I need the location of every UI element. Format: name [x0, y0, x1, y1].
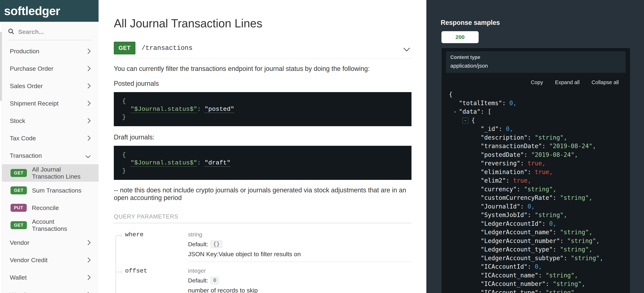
sidebar-item-label: Reconcile	[32, 204, 59, 211]
content-type-value: application/json	[450, 63, 621, 69]
param-row-offset: offsetintegerDefault:0number of records …	[114, 268, 412, 293]
sidebar-item-label: Warehouse	[10, 291, 41, 293]
sidebar-item-label: Shipment Receipt	[10, 100, 58, 107]
sidebar-item-sales-order[interactable]: Sales Order	[0, 77, 98, 95]
chevron-right-icon	[86, 83, 90, 88]
json-line: "customCurrencyRate": "string",	[442, 193, 630, 202]
param-default-value: {}	[210, 240, 222, 248]
param-default-value: 0	[210, 277, 219, 284]
json-line: -{	[442, 116, 630, 125]
draft-code-line: "$Journal.status$": "draft"	[114, 159, 412, 167]
sidebar-item-label: Wallet	[10, 274, 27, 281]
sidebar-item-vendor-credit[interactable]: Vendor Credit	[0, 251, 98, 269]
method-badge-put: PUT	[10, 204, 27, 212]
sidebar-item-sum-transactions[interactable]: GETSum Transactions	[0, 182, 98, 199]
content-type-select[interactable]: Content type application/json	[446, 51, 626, 73]
json-line: "LedgerAccount_subtype": "string",	[442, 254, 630, 263]
main-content: All Journal Transaction Lines GET /trans…	[98, 0, 426, 293]
copy-button[interactable]: Copy	[531, 79, 543, 85]
chevron-down-icon[interactable]	[404, 45, 410, 51]
param-row-where: wherestringDefault:{}JSON Key:Value obje…	[114, 231, 412, 262]
param-name[interactable]: where	[125, 231, 188, 238]
sidebar-item-reconcile[interactable]: PUTReconcile	[0, 199, 98, 217]
draft-code-block: {"$Journal.status$": "draft"}	[114, 146, 412, 180]
chevron-right-icon	[86, 258, 90, 263]
intro-text: You can currently filter the transaction…	[114, 65, 412, 72]
sidebar-item-vendor[interactable]: Vendor	[0, 234, 98, 251]
param-name[interactable]: offset	[125, 268, 188, 274]
search	[0, 22, 98, 35]
sidebar-item-shipment-receipt[interactable]: Shipment Receipt	[0, 95, 98, 112]
json-line: "elimination": true,	[442, 168, 630, 176]
search-input[interactable]	[18, 28, 78, 35]
param-type: string	[188, 231, 412, 238]
content-type-label: Content type	[450, 54, 621, 60]
search-divider	[8, 40, 92, 40]
method-badge-get: GET	[10, 221, 27, 229]
sidebar-item-label: Vendor Credit	[10, 257, 48, 264]
json-line: "ICAccount_type": "string",	[442, 288, 630, 293]
sidebar-item-tax-code[interactable]: Tax Code	[0, 129, 98, 147]
collapse-toggle[interactable]: -	[453, 107, 457, 116]
logo: softledger	[0, 0, 98, 22]
page-title: All Journal Transaction Lines	[114, 17, 412, 30]
chevron-right-icon	[86, 66, 90, 71]
sidebar: softledger ProductionPurchase OrderSales…	[0, 0, 98, 293]
draft-code-line: {	[114, 151, 412, 159]
sidebar-item-label: Vendor	[10, 239, 30, 246]
json-line: "LedgerAccountId": 0,	[442, 219, 630, 228]
json-sample: {"totalItems": 0,-"data": [-{"_id": 0,"d…	[442, 90, 630, 293]
json-line: "SystemJobId": "string",	[442, 211, 630, 219]
param-description: number of records to skip	[188, 287, 412, 293]
endpoint-path: /transactions	[142, 44, 192, 52]
posted-code-line: {	[114, 97, 412, 105]
collapse-all-button[interactable]: Collapse all	[592, 79, 619, 85]
sidebar-item-stock[interactable]: Stock	[0, 112, 98, 129]
sidebar-item-production[interactable]: Production	[0, 42, 98, 60]
json-line: "postedDate": "2019-08-24",	[442, 150, 630, 159]
json-line: {	[442, 90, 630, 99]
sidebar-menu: ProductionPurchase OrderSales OrderShipm…	[0, 42, 98, 293]
chevron-right-icon	[86, 101, 90, 106]
sidebar-item-label: Transaction	[10, 152, 42, 159]
sidebar-item-warehouse[interactable]: Warehouse	[0, 286, 98, 293]
sidebar-item-label: Purchase Order	[10, 65, 53, 72]
json-line: "elim2": true,	[442, 176, 630, 185]
search-icon	[8, 28, 14, 35]
json-line: "transactionDate": "2019-08-24",	[442, 142, 630, 150]
response-code-panel: Content type application/json CopyExpand…	[442, 48, 630, 293]
sidebar-item-wallet[interactable]: Wallet	[0, 269, 98, 286]
chevron-right-icon	[86, 292, 90, 293]
param-type-text: string	[188, 231, 202, 238]
endpoint-row[interactable]: GET /transactions	[114, 42, 412, 58]
collapse-toggle-box[interactable]: -	[462, 117, 468, 124]
param-type-text: integer	[188, 268, 206, 274]
param-default: Default:{}	[188, 240, 412, 248]
param-name-cell: offset	[114, 268, 188, 293]
sidebar-item-label: Account Transactions	[32, 218, 90, 232]
chevron-right-icon	[86, 118, 90, 123]
json-line: "ICAccountId": 0,	[442, 262, 630, 271]
json-line: "reversing": true,	[442, 159, 630, 168]
sidebar-item-label: Production	[10, 48, 40, 55]
sidebar-item-account-transactions[interactable]: GETAccount Transactions	[0, 217, 98, 234]
json-line: "ICAccount_number": "string",	[442, 280, 630, 288]
draft-code-line: }	[114, 167, 412, 175]
param-name-cell: where	[114, 231, 188, 262]
page: softledger ProductionPurchase OrderSales…	[0, 0, 644, 293]
response-samples-heading: Response samples	[441, 19, 644, 26]
sidebar-item-all-journal-transaction-lines[interactable]: GETAll Journal Transaction Lines	[0, 164, 98, 182]
json-line: "LedgerAccount_type": "string",	[442, 245, 630, 254]
sidebar-scrollbar[interactable]	[0, 22, 2, 293]
param-detail-cell: stringDefault:{}JSON Key:Value object to…	[188, 231, 412, 262]
sidebar-scrollbar-thumb[interactable]	[0, 32, 2, 101]
sidebar-item-transaction[interactable]: Transaction	[0, 147, 98, 164]
note-text: -- note this does not include crypto jou…	[114, 186, 412, 202]
method-badge-get: GET	[10, 169, 27, 177]
sidebar-item-purchase-order[interactable]: Purchase Order	[0, 60, 98, 77]
query-parameters-table: wherestringDefault:{}JSON Key:Value obje…	[114, 231, 412, 293]
sidebar-item-label: All Journal Transaction Lines	[32, 166, 90, 180]
tab-200[interactable]: 200	[442, 31, 479, 43]
expand-all-button[interactable]: Expand all	[555, 79, 580, 85]
json-line: -"data": [	[442, 107, 630, 116]
